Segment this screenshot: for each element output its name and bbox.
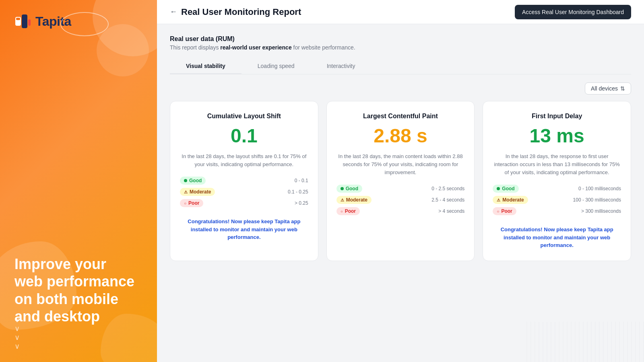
good-dot (497, 187, 500, 190)
good-dot (184, 179, 187, 182)
lcp-value: 2.88 s (374, 125, 427, 147)
back-button[interactable]: ← (170, 8, 177, 16)
fid-range-moderate: 100 - 300 milliseconds (573, 197, 621, 203)
fid-badge-poor: ○ Poor (493, 207, 516, 215)
cls-rating-moderate: ⚠ Moderate 0.1 - 0.25 (180, 188, 308, 196)
right-panel: ← Real User Monitoring Report Access Rea… (157, 0, 644, 362)
cls-range-moderate: 0.1 - 0.25 (288, 189, 308, 195)
cls-range-poor: > 0.25 (295, 200, 308, 206)
lcp-badge-good: Good (336, 185, 362, 193)
metric-card-fid: First Input Delay 13 ms In the last 28 d… (483, 101, 631, 261)
tab-loading-speed[interactable]: Loading speed (242, 59, 311, 74)
fid-range-poor: > 300 milliseconds (581, 208, 621, 214)
tabs-row: Visual stability Loading speed Interacti… (170, 59, 631, 74)
device-selector-arrow: ⇅ (620, 85, 625, 92)
tapita-logo-icon (14, 13, 31, 30)
lcp-badge-moderate: ⚠ Moderate (336, 196, 372, 204)
poor-icon: ○ (184, 201, 186, 206)
report-title-area: ← Real User Monitoring Report (170, 7, 301, 17)
report-title: Real User Monitoring Report (181, 7, 301, 17)
cls-value: 0.1 (231, 125, 258, 147)
lcp-range-moderate: 2.5 - 4 seconds (431, 197, 464, 203)
fid-rating-good: Good 0 - 100 milliseconds (493, 185, 621, 193)
device-selector-label: All devices (591, 85, 618, 92)
cls-rating-good: Good 0 - 0.1 (180, 177, 308, 185)
tagline-text: Improve yourweb performanceon both mobil… (14, 255, 142, 325)
lcp-badge-poor: ○ Poor (336, 207, 360, 215)
cls-rating-poor: ○ Poor > 0.25 (180, 199, 308, 207)
top-bar: ← Real User Monitoring Report Access Rea… (157, 0, 644, 24)
fid-range-good: 0 - 100 milliseconds (578, 186, 621, 191)
poor-icon: ○ (497, 209, 499, 214)
fid-badge-moderate: ⚠ Moderate (493, 196, 528, 204)
cls-description: In the last 28 days, the layout shifts a… (180, 152, 308, 169)
lcp-range-good: 0 - 2.5 seconds (431, 186, 464, 191)
metric-cards-row: Cumulative Layout Shift 0.1 In the last … (170, 101, 631, 261)
brand-name: Tapita (35, 14, 71, 29)
fid-badge-good: Good (493, 185, 518, 193)
poor-icon: ○ (341, 209, 343, 214)
fid-value: 13 ms (530, 125, 584, 147)
metric-card-lcp: Largest Contentful Paint 2.88 s In the l… (326, 101, 475, 261)
access-dashboard-button[interactable]: Access Real User Monitoring Dashboard (515, 5, 631, 19)
cls-badge-poor: ○ Poor (180, 199, 203, 207)
fid-congrats: Congratulations! Now please keep Tapita … (493, 226, 621, 249)
chevron-4: ∨ (14, 343, 20, 350)
lcp-description: In the last 28 days, the main content lo… (336, 152, 465, 177)
tab-visual-stability[interactable]: Visual stability (170, 59, 242, 74)
device-selector-row: All devices ⇅ (170, 82, 631, 95)
rum-section-title: Real user data (RUM) (170, 35, 631, 43)
logo-area: Tapita (14, 13, 142, 30)
fid-ratings: Good 0 - 100 milliseconds ⚠ Moderate 100… (493, 185, 621, 218)
device-selector[interactable]: All devices ⇅ (585, 82, 631, 95)
fid-description: In the last 28 days, the response to fir… (493, 152, 621, 177)
tab-interactivity[interactable]: Interactivity (311, 59, 372, 74)
svg-rect-2 (22, 14, 27, 28)
lcp-rating-good: Good 0 - 2.5 seconds (336, 185, 465, 193)
fid-rating-poor: ○ Poor > 300 milliseconds (493, 207, 621, 215)
lcp-rating-moderate: ⚠ Moderate 2.5 - 4 seconds (336, 196, 465, 204)
chevron-3: ∨ (14, 334, 20, 341)
lcp-ratings: Good 0 - 2.5 seconds ⚠ Moderate 2.5 - 4 … (336, 185, 465, 218)
rum-header: Real user data (RUM) This report display… (170, 35, 631, 51)
lcp-rating-poor: ○ Poor > 4 seconds (336, 207, 465, 215)
cls-range-good: 0 - 0.1 (295, 178, 308, 183)
cls-badge-moderate: ⚠ Moderate (180, 188, 215, 196)
cls-congrats: Congratulations! Now please keep Tapita … (180, 218, 308, 241)
moderate-icon: ⚠ (497, 198, 500, 202)
cls-title: Cumulative Layout Shift (207, 113, 281, 120)
good-dot (341, 187, 344, 190)
fid-title: First Input Delay (532, 113, 582, 120)
lcp-range-poor: > 4 seconds (438, 208, 464, 214)
svg-rect-1 (16, 18, 20, 20)
lcp-title: Largest Contentful Paint (363, 113, 438, 120)
content-area: Real user data (RUM) This report display… (157, 24, 644, 362)
metric-card-cls: Cumulative Layout Shift 0.1 In the last … (170, 101, 318, 261)
chevron-2: ∨ (14, 325, 20, 332)
moderate-icon: ⚠ (341, 198, 344, 202)
bottom-decoration (523, 322, 644, 362)
svg-rect-3 (28, 19, 31, 26)
rum-section-desc: This report displays real-world user exp… (170, 44, 631, 51)
left-panel: Tapita Improve yourweb performanceon bot… (0, 0, 157, 362)
cls-badge-good: Good (180, 177, 206, 185)
fid-rating-moderate: ⚠ Moderate 100 - 300 milliseconds (493, 196, 621, 204)
moderate-icon: ⚠ (184, 190, 188, 194)
cls-ratings: Good 0 - 0.1 ⚠ Moderate 0.1 - 0.25 ○ (180, 177, 308, 210)
